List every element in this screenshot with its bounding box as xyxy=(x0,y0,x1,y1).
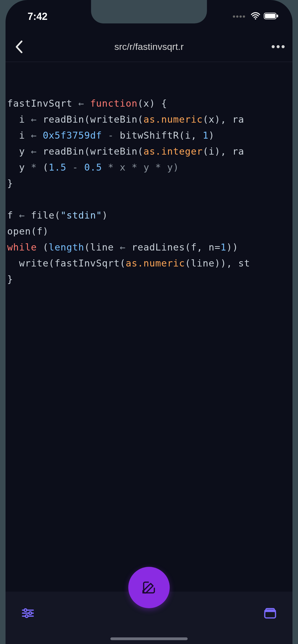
home-indicator[interactable] xyxy=(110,637,188,640)
ellipsis-icon: ••• xyxy=(271,41,286,53)
svg-point-10 xyxy=(25,615,28,618)
cellular-dots-icon xyxy=(233,15,245,18)
device-notch xyxy=(91,0,207,23)
code-viewer[interactable]: fastInvSqrt ← function(x) { i ← readBin(… xyxy=(6,62,292,589)
code-line-2: i ← readBin(writeBin(as.numeric(x), ra xyxy=(7,114,244,125)
code-line-9: open(f) xyxy=(7,226,49,237)
code-line-6: } xyxy=(7,178,13,189)
code-line-11: write(fastInvSqrt(as.numeric(line)), st xyxy=(7,258,250,269)
back-button[interactable] xyxy=(11,40,28,54)
files-button[interactable] xyxy=(263,606,277,621)
code-line-12: } xyxy=(7,274,13,285)
status-right xyxy=(233,11,279,22)
wifi-icon xyxy=(251,11,260,22)
status-time: 7:42 xyxy=(28,11,47,22)
svg-rect-3 xyxy=(277,15,278,17)
svg-rect-2 xyxy=(265,14,275,18)
more-button[interactable]: ••• xyxy=(270,41,287,53)
code-line-8: f ← file("stdin") xyxy=(7,210,108,221)
device-frame: 7:42 xyxy=(6,0,292,644)
code-line-4: y ← readBin(writeBin(as.integer(i), ra xyxy=(7,146,244,157)
svg-point-9 xyxy=(29,612,32,615)
sliders-icon xyxy=(21,606,35,620)
settings-sliders-button[interactable] xyxy=(21,606,35,621)
svg-rect-11 xyxy=(265,611,276,618)
nav-bar: src/r/fastinvsqrt.r ••• xyxy=(6,32,292,62)
battery-icon xyxy=(264,12,279,21)
svg-point-0 xyxy=(255,18,256,20)
code-line-3: i ← 0x5f3759df - bitwShiftR(i, 1) xyxy=(7,130,215,141)
archive-box-icon xyxy=(263,606,277,620)
file-path-title: src/r/fastinvsqrt.r xyxy=(28,41,270,52)
code-line-1: fastInvSqrt ← function(x) { xyxy=(7,98,167,109)
code-line-10: while (length(line ← readLines(f, n=1)) xyxy=(7,242,244,253)
code-line-5: y * (1.5 - 0.5 * x * y * y) xyxy=(7,162,179,173)
svg-point-8 xyxy=(24,609,27,611)
chevron-left-icon xyxy=(14,40,25,54)
edit-icon xyxy=(141,580,157,596)
edit-fab-button[interactable] xyxy=(128,567,170,608)
